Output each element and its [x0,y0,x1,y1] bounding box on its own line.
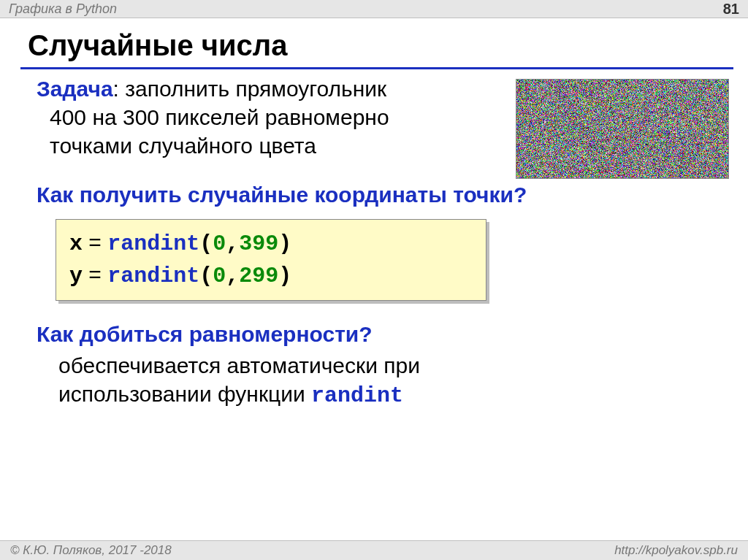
footer-copyright: © К.Ю. Поляков, 2017 -2018 [10,543,172,558]
question-1: Как получить случайные координаты точки? [37,180,719,209]
code-eq1: = [83,230,107,254]
code-close2: ) [278,264,291,288]
task-paragraph: Задача: заполнить прямоугольник 400 на 3… [37,74,719,160]
task-line1: заполнить прямоугольник [125,77,386,101]
code-299: 299 [239,264,278,288]
code-open2: ( [199,264,213,288]
slide-body: Задача: заполнить прямоугольник 400 на 3… [37,74,719,410]
task-label: Задача [37,77,113,101]
title-underline [20,67,733,69]
code-var-x: x [69,231,83,256]
code-block: x = randint(0,399) y = randint(0,299) [56,219,486,301]
code-var-y: y [69,264,83,288]
page-number: 81 [723,1,739,18]
code-fn1: randint [107,231,199,256]
task-line2: 400 на 300 пикселей равномерно [37,103,719,131]
code-zero1: 0 [213,231,226,256]
header-subject: Графика в Python [9,1,117,17]
code-eq2: = [83,262,107,286]
code-comma1: , [226,231,239,256]
footer-url: http://kpolyakov.spb.ru [614,543,738,558]
question-2: Как добиться равномерности? [37,320,719,348]
header-bar: Графика в Python 81 [0,0,748,18]
answer-line2-text: использовании функции [58,382,311,406]
answer-line2: использовании функции randint [58,380,719,410]
code-comma2: , [226,264,239,288]
answer-paragraph: обеспечивается автоматически при использ… [37,351,719,410]
code-open1: ( [199,231,213,256]
code-close1: ) [278,231,291,256]
code-fn2: randint [107,264,199,288]
task-line3: точками случайного цвета [37,131,719,160]
code-zero2: 0 [213,264,226,288]
code-line-2: y = randint(0,299) [69,259,473,291]
code-399: 399 [239,231,278,256]
task-colon: : [113,77,126,101]
answer-line2-mono: randint [311,383,403,408]
footer-bar: © К.Ю. Поляков, 2017 -2018 http://kpolya… [0,540,748,560]
slide-title: Случайные числа [28,29,287,62]
code-line-1: x = randint(0,399) [69,227,473,259]
answer-line1: обеспечивается автоматически при [58,351,719,380]
